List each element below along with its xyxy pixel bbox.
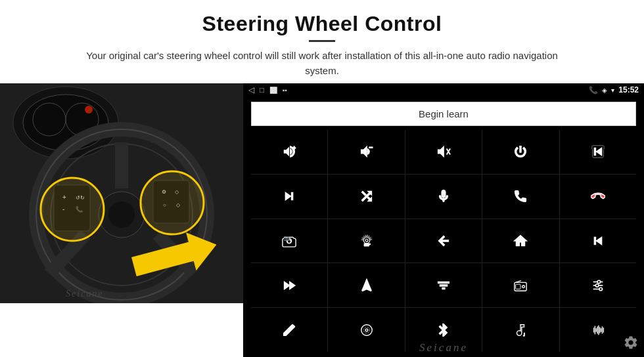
svg-text:−: − bbox=[369, 145, 372, 152]
android-display: ◁ □ ⬜ ▪▪ 📞 ◈ ▾ 15:52 Begin learn bbox=[243, 83, 644, 357]
radio-button[interactable] bbox=[482, 263, 559, 307]
svg-point-51 bbox=[363, 327, 369, 333]
time-display: 15:52 bbox=[618, 85, 639, 94]
gear-icon bbox=[623, 335, 639, 350]
content-area: + ↺↻ - 📞 ⚙ ◇ ○ ◇ bbox=[0, 83, 644, 357]
prev-track-phone-icon bbox=[591, 144, 605, 159]
status-left: ◁ □ ⬜ ▪▪ bbox=[248, 85, 287, 94]
svg-text:+: + bbox=[293, 146, 296, 152]
svg-point-13 bbox=[108, 201, 135, 228]
svg-point-38 bbox=[522, 285, 525, 288]
edit-icon bbox=[282, 323, 296, 337]
dvd-icon bbox=[359, 323, 374, 337]
end-call-button[interactable] bbox=[560, 175, 636, 219]
recents-nav-icon[interactable]: ⬜ bbox=[269, 87, 277, 94]
home-icon bbox=[513, 234, 528, 248]
camera-button[interactable]: 📷 bbox=[251, 219, 327, 263]
gear-icon-corner[interactable] bbox=[623, 335, 639, 354]
svg-text:Seicane: Seicane bbox=[66, 289, 104, 299]
skip-next-button[interactable] bbox=[251, 175, 327, 219]
phone-button[interactable] bbox=[482, 175, 559, 219]
vol-up-button[interactable]: + bbox=[251, 130, 327, 174]
bluetooth-button[interactable] bbox=[405, 308, 482, 352]
prev-track-phone-button[interactable] bbox=[560, 130, 636, 174]
control-grid: + − bbox=[251, 130, 636, 352]
steering-photo: + ↺↻ - 📞 ⚙ ◇ ○ ◇ bbox=[0, 83, 243, 303]
skip-next-icon bbox=[282, 189, 296, 203]
mute-icon bbox=[436, 144, 451, 159]
svg-point-44 bbox=[595, 284, 599, 287]
end-call-icon bbox=[591, 189, 605, 203]
back-nav-icon[interactable]: ◁ bbox=[248, 85, 254, 94]
vol-up-icon: + bbox=[282, 144, 296, 159]
settings2-button[interactable] bbox=[560, 263, 636, 307]
begin-learn-button[interactable]: Begin learn bbox=[251, 102, 636, 126]
svg-point-34 bbox=[365, 239, 368, 242]
svg-point-47 bbox=[599, 287, 603, 291]
steering-wheel-svg: + ↺↻ - 📞 ⚙ ◇ ○ ◇ bbox=[0, 83, 243, 303]
navigation-icon bbox=[359, 278, 374, 293]
phone-status-icon: 📞 bbox=[589, 86, 598, 94]
music-button[interactable]: ♩ bbox=[482, 308, 559, 352]
equalizer-button[interactable] bbox=[405, 263, 482, 307]
navigation-button[interactable] bbox=[328, 263, 404, 307]
music-icon: ♩ bbox=[513, 323, 528, 337]
fast-forward-button[interactable] bbox=[251, 263, 327, 307]
svg-point-24 bbox=[41, 178, 104, 241]
prev-track-button[interactable] bbox=[560, 219, 636, 263]
shuffle-icon bbox=[359, 189, 374, 203]
waveform-icon bbox=[591, 323, 605, 337]
svg-text:📷: 📷 bbox=[284, 236, 289, 241]
svg-point-5 bbox=[85, 106, 93, 114]
vol-down-button[interactable]: − bbox=[328, 130, 404, 174]
settings2-icon bbox=[591, 278, 605, 293]
page-container: Steering Wheel Control Your original car… bbox=[0, 0, 644, 357]
begin-learn-container: Begin learn bbox=[243, 96, 644, 130]
camera-icon: 📷 bbox=[282, 234, 296, 248]
svg-point-42 bbox=[597, 280, 601, 284]
bluetooth-icon bbox=[436, 323, 451, 337]
shuffle-button[interactable] bbox=[328, 175, 404, 219]
subtitle-text: Your original car's steering wheel contr… bbox=[72, 49, 572, 78]
mute-button[interactable] bbox=[405, 130, 482, 174]
page-title: Steering Wheel Control bbox=[13, 12, 631, 36]
fast-forward-icon bbox=[282, 278, 296, 293]
camera360-button[interactable]: 360° bbox=[328, 219, 404, 263]
wifi-status-icon: ▾ bbox=[611, 87, 614, 94]
dvd-button[interactable] bbox=[328, 308, 404, 352]
home-button[interactable] bbox=[482, 219, 559, 263]
title-divider bbox=[309, 40, 335, 42]
signal-icon: ▪▪ bbox=[283, 87, 287, 94]
equalizer-icon bbox=[436, 278, 451, 293]
svg-point-33 bbox=[363, 237, 369, 243]
svg-text:360°: 360° bbox=[364, 243, 371, 247]
back-icon bbox=[436, 234, 451, 248]
mic-icon bbox=[436, 189, 451, 203]
prev-track-icon bbox=[591, 234, 605, 248]
camera360-icon: 360° bbox=[359, 234, 374, 248]
location-status-icon: ◈ bbox=[602, 87, 607, 94]
svg-text:♩: ♩ bbox=[523, 332, 525, 337]
status-right: 📞 ◈ ▾ 15:52 bbox=[589, 85, 639, 94]
svg-point-25 bbox=[141, 171, 204, 234]
home-nav-icon[interactable]: □ bbox=[260, 86, 264, 94]
back-button[interactable] bbox=[405, 219, 482, 263]
phone-icon bbox=[513, 189, 528, 203]
svg-rect-37 bbox=[516, 284, 520, 289]
steering-wheel-bg: + ↺↻ - 📞 ⚙ ◇ ○ ◇ bbox=[0, 83, 243, 303]
power-button[interactable] bbox=[482, 130, 559, 174]
svg-point-50 bbox=[365, 329, 368, 331]
svg-point-49 bbox=[361, 324, 372, 335]
radio-icon bbox=[513, 278, 528, 293]
mic-button[interactable] bbox=[405, 175, 482, 219]
status-bar: ◁ □ ⬜ ▪▪ 📞 ◈ ▾ 15:52 bbox=[243, 83, 644, 96]
header-section: Steering Wheel Control Your original car… bbox=[0, 0, 644, 83]
vol-down-icon: − bbox=[359, 144, 374, 159]
power-icon bbox=[513, 144, 528, 159]
edit-button[interactable] bbox=[251, 308, 327, 352]
